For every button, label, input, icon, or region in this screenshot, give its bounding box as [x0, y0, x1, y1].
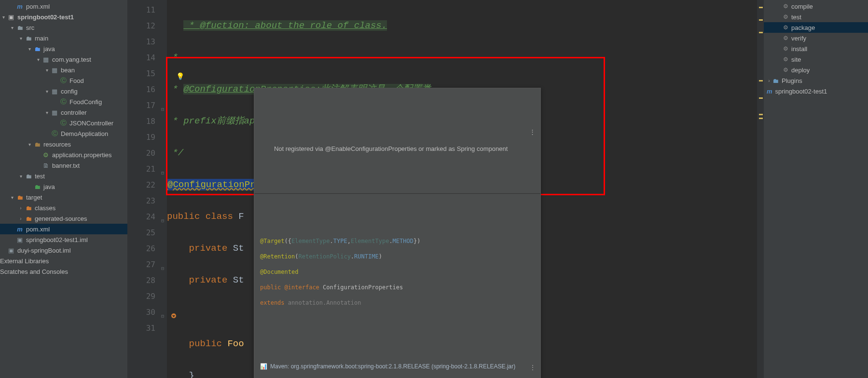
tree-item[interactable]: ⚙application.properties	[0, 149, 127, 160]
package-icon: ▦	[41, 56, 50, 63]
gear-icon: ⚙	[783, 35, 788, 41]
maven-goal[interactable]: ⚙install	[764, 43, 868, 54]
doc-comment: * @fuction: about the role of class.	[183, 20, 387, 31]
tree-item[interactable]: ▾▦config	[0, 86, 127, 96]
gear-icon: ⚙	[783, 67, 788, 73]
maven-goal[interactable]: ⚙verify	[764, 33, 868, 43]
test-folder-icon: 🖿	[33, 183, 41, 190]
tooltip-body: @Target({ElementType.TYPE,ElementType.ME…	[254, 226, 540, 324]
tree-item[interactable]: ⒸFoodConfig	[0, 96, 127, 107]
folder-icon: 🖿	[772, 77, 779, 84]
gear-icon: ⚙	[783, 45, 788, 52]
excluded-folder-icon: 🖿	[24, 215, 33, 222]
tooltip-source: Maven: org.springframework.boot:spring-b…	[270, 359, 515, 375]
tree-item[interactable]: mpom.xml	[0, 224, 127, 234]
text-file-icon: 🗎	[41, 162, 50, 169]
folder-icon: 🖿	[24, 173, 33, 180]
code-area[interactable]: * @fuction: about the role of class. * *…	[167, 0, 757, 378]
editor-error-stripe[interactable]	[757, 0, 764, 378]
tree-item[interactable]: mpom.xml	[0, 1, 127, 12]
gear-icon: ⚙	[783, 56, 788, 63]
tree-item[interactable]: ›🖿generated-sources	[0, 213, 127, 224]
tree-item[interactable]: ▣duyi-springBoot.iml	[0, 245, 127, 256]
folder-icon: 🖿	[24, 35, 33, 42]
maven-plugins[interactable]: ›🖿Plugins	[764, 75, 868, 86]
tree-item[interactable]: 🗎banner.txt	[0, 160, 127, 171]
project-tree[interactable]: mpom.xml ▾▣springboot02-test1 ▾🖿src ▾🖿ma…	[0, 0, 127, 378]
scratches-consoles[interactable]: Scratches and Consoles	[0, 266, 127, 277]
tree-item[interactable]: 🖿java	[0, 181, 127, 192]
tree-item[interactable]: ▾🖿test	[0, 171, 127, 181]
fold-icon[interactable]: ⊟	[158, 308, 164, 314]
doc-comment: *	[167, 52, 178, 63]
source-folder-icon: 🖿	[33, 45, 41, 53]
maven-goal[interactable]: ⚙deploy	[764, 65, 868, 75]
iml-file-icon: ▣	[15, 236, 24, 243]
gear-icon: ⚙	[783, 14, 788, 20]
package-icon: ▦	[50, 67, 59, 74]
tree-item[interactable]: ⒸJSONController	[0, 118, 127, 128]
fold-icon[interactable]: ⊟	[158, 101, 164, 107]
tree-item[interactable]: ▾🖿resources	[0, 139, 127, 149]
doc-comment: */	[167, 148, 183, 158]
tree-item[interactable]: ▾🖿java	[0, 43, 127, 54]
inspection-tooltip: Not registered via @EnableConfigurationP…	[254, 88, 541, 378]
gear-icon: ⚙	[783, 3, 788, 10]
maven-file-icon: m	[767, 88, 772, 95]
class-icon: Ⓒ	[59, 119, 68, 127]
tree-item[interactable]: ▾▣springboot02-test1	[0, 12, 127, 22]
maven-goal[interactable]: ⚙package	[764, 22, 868, 33]
gear-icon: ⚙	[783, 24, 788, 31]
tree-item[interactable]: ▾🖿main	[0, 33, 127, 43]
class-icon: Ⓒ	[59, 76, 68, 85]
resources-folder-icon: 🖿	[33, 141, 41, 148]
maven-goal[interactable]: ⚙site	[764, 54, 868, 65]
tree-item[interactable]: ›🖿classes	[0, 202, 127, 213]
tree-item[interactable]: ▾▦bean	[0, 65, 127, 75]
package-icon: ▦	[50, 88, 59, 95]
iml-file-icon: ▣	[7, 247, 15, 254]
library-icon: 📊	[260, 359, 267, 375]
maven-panel[interactable]: ⚙compile ⚙test ⚙package ⚙verify ⚙install…	[764, 0, 868, 378]
editor[interactable]: 11 12 13 14 15💡 16 17⊟ 18 19 20 21⊟ 22 2…	[127, 0, 764, 378]
tree-item[interactable]: ⒸDemoApplication	[0, 128, 127, 139]
external-libraries[interactable]: External Libraries	[0, 256, 127, 266]
tooltip-more-icon[interactable]: ⋮	[530, 360, 536, 376]
tree-item[interactable]: ▾▦com.yang.test	[0, 54, 127, 65]
tree-item[interactable]: ⒸFood	[0, 75, 127, 86]
line-number-gutter: 11 12 13 14 15💡 16 17⊟ 18 19 20 21⊟ 22 2…	[127, 0, 167, 378]
tree-item[interactable]: ▾🖿src	[0, 22, 127, 33]
tooltip-message: Not registered via @EnableConfigurationP…	[274, 145, 508, 152]
fold-end-icon[interactable]: ⊟	[158, 260, 164, 266]
maven-file-icon: m	[15, 226, 24, 233]
class-icon: Ⓒ	[50, 129, 59, 138]
maven-goal[interactable]: ⚙test	[764, 12, 868, 22]
module-icon: ▣	[7, 14, 15, 21]
class-icon: Ⓒ	[59, 97, 68, 106]
tree-item[interactable]: ▣springboot02-test1.iml	[0, 234, 127, 245]
maven-module[interactable]: ›mspringboot02-test1	[764, 86, 868, 96]
excluded-folder-icon: 🖿	[15, 194, 24, 201]
tree-item[interactable]: ▾▦controller	[0, 107, 127, 118]
package-icon: ▦	[50, 109, 59, 116]
folder-icon: 🖿	[15, 24, 24, 31]
maven-goal[interactable]: ⚙compile	[764, 1, 868, 12]
excluded-folder-icon: 🖿	[24, 204, 33, 212]
tree-item[interactable]: ▾🖿target	[0, 192, 127, 202]
properties-icon: ⚙	[41, 151, 50, 159]
fold-icon[interactable]: ⊟	[158, 213, 164, 218]
fold-icon[interactable]: ⊟	[158, 165, 164, 171]
tooltip-more-icon[interactable]: ⋮	[529, 124, 536, 140]
